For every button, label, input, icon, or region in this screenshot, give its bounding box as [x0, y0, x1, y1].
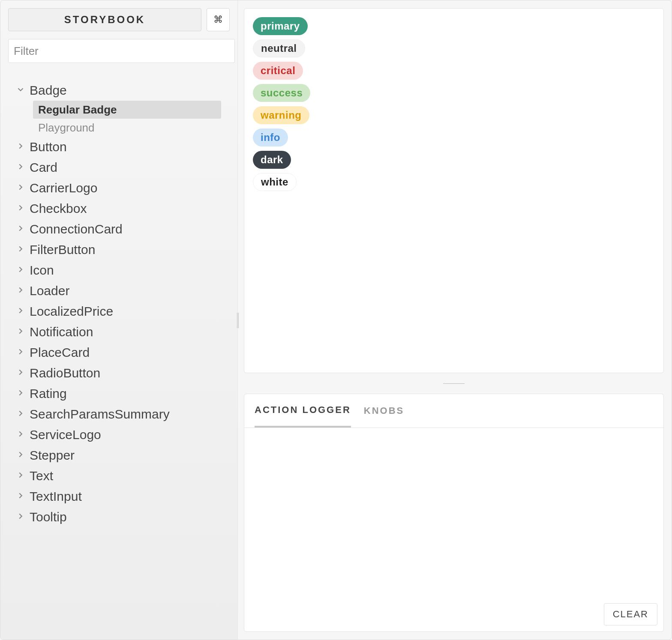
tree-label: Tooltip	[30, 510, 67, 524]
preview-panel: primaryneutralcriticalsuccesswarninginfo…	[244, 8, 664, 373]
chevron-right-icon	[16, 203, 25, 214]
tree-label: Card	[30, 160, 57, 175]
chevron-right-icon	[16, 141, 25, 153]
chevron-right-icon	[16, 491, 25, 502]
tree-label: Checkbox	[30, 201, 87, 216]
tree-label: Button	[30, 140, 67, 154]
tree-item-radiobutton[interactable]: RadioButton	[16, 363, 230, 383]
tree-item-placecard[interactable]: PlaceCard	[16, 342, 230, 363]
tree-label: LocalizedPrice	[30, 304, 113, 319]
tree-item-servicelogo[interactable]: ServiceLogo	[16, 425, 230, 445]
badge-primary: primary	[253, 17, 308, 35]
tree-label: ConnectionCard	[30, 222, 123, 236]
tab-knobs[interactable]: KNOBS	[364, 394, 404, 428]
chevron-right-icon	[16, 450, 25, 461]
chevron-right-icon	[16, 265, 25, 276]
tree-label: Badge	[30, 83, 67, 98]
tab-action-logger[interactable]: ACTION LOGGER	[255, 394, 351, 428]
tree-label: Notification	[30, 325, 93, 339]
command-icon: ⌘	[213, 14, 223, 25]
tree-item-badge[interactable]: Badge	[16, 80, 230, 101]
tree-label: Icon	[30, 263, 54, 278]
chevron-right-icon	[16, 470, 25, 481]
tree-label: Rating	[30, 386, 67, 401]
tree-children-badge: Regular Badge Playground	[33, 101, 221, 137]
tree-child-playground[interactable]: Playground	[33, 119, 221, 137]
tree-item-textinput[interactable]: TextInput	[16, 486, 230, 507]
tree-item-tooltip[interactable]: Tooltip	[16, 507, 230, 527]
addon-tabs: ACTION LOGGERKNOBS	[244, 394, 663, 428]
chevron-right-icon	[16, 388, 25, 399]
sidebar: STORYBOOK ⌘ Badge Regular Badge Playgrou…	[0, 0, 238, 640]
badge-warning: warning	[253, 106, 309, 124]
tree-label: PlaceCard	[30, 345, 90, 360]
brand-button[interactable]: STORYBOOK	[8, 8, 201, 31]
chevron-right-icon	[16, 347, 25, 358]
tree-item-loader[interactable]: Loader	[16, 281, 230, 301]
tree-child-regular-badge[interactable]: Regular Badge	[33, 101, 221, 119]
shortcut-button[interactable]: ⌘	[207, 8, 230, 31]
component-tree: Badge Regular Badge Playground ButtonCar…	[8, 80, 230, 527]
tree-item-searchparamssummary[interactable]: SearchParamsSummary	[16, 404, 230, 425]
tree-label: Stepper	[30, 448, 75, 463]
addon-panel-body	[244, 428, 663, 631]
tree-item-connectioncard[interactable]: ConnectionCard	[16, 219, 230, 239]
chevron-right-icon	[16, 326, 25, 338]
tree-item-text[interactable]: Text	[16, 466, 230, 486]
chevron-right-icon	[16, 409, 25, 420]
sidebar-resizer[interactable]	[235, 313, 240, 328]
chevron-down-icon	[16, 85, 25, 96]
filter-input[interactable]	[8, 39, 235, 63]
tree-item-card[interactable]: Card	[16, 157, 230, 178]
badge-info: info	[253, 129, 288, 147]
tree-item-button[interactable]: Button	[16, 137, 230, 157]
tree-label: RadioButton	[30, 366, 100, 380]
chevron-right-icon	[16, 224, 25, 235]
tree-item-checkbox[interactable]: Checkbox	[16, 198, 230, 219]
chevron-right-icon	[16, 285, 25, 296]
tree-label: Loader	[30, 284, 69, 298]
tree-item-carrierlogo[interactable]: CarrierLogo	[16, 178, 230, 198]
tree-label: ServiceLogo	[30, 428, 101, 442]
chevron-right-icon	[16, 182, 25, 194]
badge-neutral: neutral	[253, 39, 305, 57]
sidebar-header: STORYBOOK ⌘	[8, 8, 230, 31]
tree-item-icon[interactable]: Icon	[16, 260, 230, 281]
tree-item-localizedprice[interactable]: LocalizedPrice	[16, 301, 230, 322]
badge-dark: dark	[253, 151, 291, 169]
addon-panel: ACTION LOGGERKNOBS CLEAR	[244, 394, 664, 632]
chevron-right-icon	[16, 429, 25, 440]
chevron-right-icon	[16, 162, 25, 173]
main: primaryneutralcriticalsuccesswarninginfo…	[238, 0, 672, 640]
chevron-right-icon	[16, 244, 25, 255]
chevron-right-icon	[16, 306, 25, 317]
tree-item-notification[interactable]: Notification	[16, 322, 230, 342]
badge-critical: critical	[253, 62, 303, 80]
badge-white: white	[253, 173, 297, 191]
chevron-right-icon	[16, 368, 25, 379]
tree-item-filterbutton[interactable]: FilterButton	[16, 239, 230, 260]
tree-item-rating[interactable]: Rating	[16, 383, 230, 404]
tree-label: FilterButton	[30, 242, 95, 257]
tree-label: Text	[30, 469, 53, 483]
tree-label: TextInput	[30, 489, 82, 504]
chevron-right-icon	[16, 511, 25, 523]
badge-success: success	[253, 84, 310, 102]
tree-item-stepper[interactable]: Stepper	[16, 445, 230, 466]
tree-label: CarrierLogo	[30, 181, 97, 195]
clear-button[interactable]: CLEAR	[604, 603, 657, 625]
horizontal-splitter[interactable]	[244, 381, 664, 386]
tree-label: SearchParamsSummary	[30, 407, 170, 422]
